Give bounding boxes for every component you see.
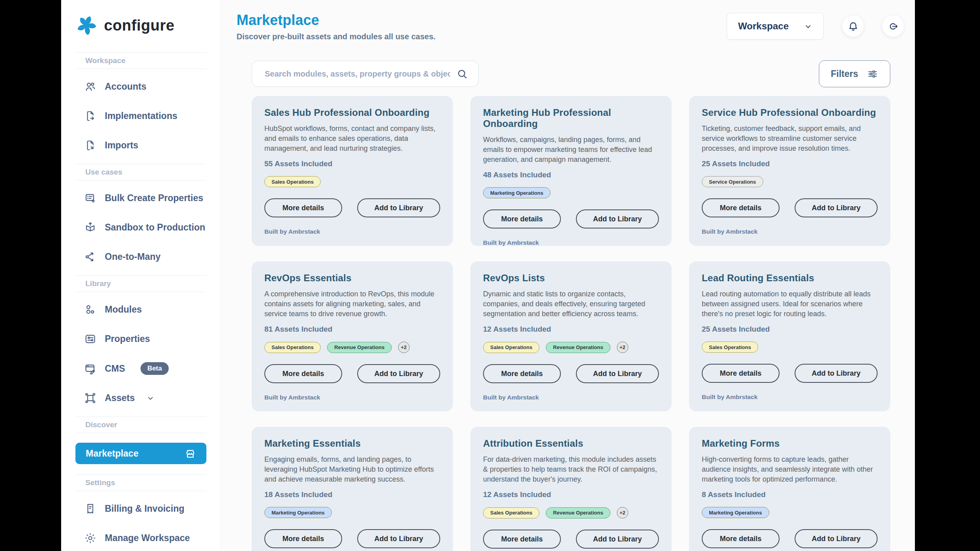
card-assets-count: 12 Assets Included (483, 325, 659, 334)
sidebar-section-items: Billing & InvoicingManage Workspace (75, 491, 206, 551)
add-to-library-button[interactable]: Add to Library (357, 364, 440, 383)
file-import-icon (84, 139, 96, 152)
sidebar-item-billing-invoicing[interactable]: Billing & Invoicing (75, 501, 206, 517)
card-title: Service Hub Professional Onboarding (702, 107, 878, 118)
file-export-icon (84, 110, 96, 122)
brand-logo: configure (75, 13, 206, 38)
tag-sales-operations: Sales Operations (264, 342, 321, 353)
sidebar-item-cms[interactable]: CMSBeta (75, 360, 206, 377)
sidebar-nav: WorkspaceAccountsImplementationsImportsU… (75, 52, 206, 551)
sidebar-item-modules[interactable]: Modules (75, 301, 206, 318)
card-title: Sales Hub Professional Onboarding (264, 107, 440, 118)
card-title: Marketing Essentials (264, 438, 440, 449)
filters-button-label: Filters (831, 69, 858, 79)
card-assets-count: 25 Assets Included (702, 159, 878, 168)
more-details-button[interactable]: More details (483, 364, 561, 383)
more-details-button[interactable]: More details (264, 529, 342, 548)
add-to-library-button[interactable]: Add to Library (576, 364, 659, 383)
module-card-revops-lists: RevOps ListsDynamic and static lists to … (470, 261, 672, 411)
logout-icon (888, 21, 899, 32)
add-to-library-button[interactable]: Add to Library (795, 364, 878, 383)
bell-icon (847, 21, 859, 32)
tag-sales-operations: Sales Operations (264, 176, 321, 187)
sidebar-section-items: AccountsImplementationsImports (75, 69, 206, 164)
more-details-button[interactable]: More details (702, 198, 780, 217)
card-assets-count: 55 Assets Included (264, 159, 440, 168)
page-header: Marketplace Discover pre-built assets an… (237, 12, 890, 41)
sidebar-item-bulk-create-properties[interactable]: Bulk Create Properties (75, 190, 206, 206)
sidebar-item-label: Assets (105, 393, 135, 403)
sidebar-section-label: Settings (85, 478, 206, 487)
search-box[interactable] (252, 61, 479, 87)
sidebar-item-sandbox-to-production[interactable]: Sandbox to Production (75, 219, 206, 236)
card-actions: More detailsAdd to Library (264, 529, 440, 548)
card-assets-count: 25 Assets Included (702, 325, 878, 334)
module-card-service-hub-professional-onboarding: Service Hub Professional OnboardingTicke… (689, 96, 890, 246)
more-details-button[interactable]: More details (483, 530, 561, 549)
sidebar-item-marketplace[interactable]: Marketplace (75, 443, 206, 464)
more-details-button[interactable]: More details (483, 209, 561, 228)
search-icon (456, 68, 468, 80)
card-actions: More detailsAdd to Library (264, 364, 440, 383)
tag-revenue-operations: Revenue Operations (327, 342, 391, 353)
sidebar-item-accounts[interactable]: Accounts (75, 79, 206, 95)
page-title: Marketplace (237, 12, 435, 29)
card-title: Lead Routing Essentials (702, 273, 878, 284)
sidebar-item-implementations[interactable]: Implementations (75, 108, 206, 124)
add-to-library-button[interactable]: Add to Library (576, 209, 659, 228)
add-to-library-button[interactable]: Add to Library (795, 529, 878, 548)
more-details-button[interactable]: More details (702, 364, 780, 383)
built-by-label: Built by Ambrstack (483, 394, 659, 401)
module-card-lead-routing-essentials: Lead Routing EssentialsLead routing auto… (689, 261, 890, 411)
add-to-library-button[interactable]: Add to Library (357, 529, 440, 548)
more-details-button[interactable]: More details (702, 529, 780, 548)
one-to-many-icon (84, 251, 96, 263)
sidebar-section-label: Discover (85, 420, 206, 429)
sidebar-section-items: Marketplace (75, 433, 206, 474)
sidebar-item-manage-workspace[interactable]: Manage Workspace (75, 530, 206, 546)
search-input[interactable] (265, 69, 450, 79)
card-actions: More detailsAdd to Library (264, 198, 440, 217)
card-tags: Sales Operations (702, 342, 878, 353)
sidebar-item-one-to-many[interactable]: One-to-Many (75, 249, 206, 265)
more-tags-badge[interactable]: +2 (617, 342, 628, 353)
add-to-library-button[interactable]: Add to Library (357, 198, 440, 217)
card-title: Marketing Hub Professional Onboarding (483, 107, 659, 129)
module-card-revops-essentials: RevOps EssentialsA comprehensive introdu… (252, 261, 453, 411)
card-description: A comprehensive introduction to RevOps, … (264, 289, 440, 319)
storefront-icon (184, 447, 196, 460)
module-card-marketing-forms: Marketing FormsHigh-converting forms to … (689, 427, 890, 551)
card-title: Attribution Essentials (483, 438, 659, 449)
module-card-marketing-essentials: Marketing EssentialsEngaging emails, for… (252, 427, 453, 551)
add-to-library-button[interactable]: Add to Library (576, 530, 659, 549)
page-subtitle: Discover pre-built assets and modules al… (237, 32, 435, 41)
tag-marketing-operations: Marketing Operations (483, 187, 551, 198)
workspace-dropdown[interactable]: Workspace (727, 13, 824, 40)
more-tags-badge[interactable]: +2 (398, 342, 410, 353)
sidebar-item-properties[interactable]: Properties (75, 331, 206, 347)
card-assets-count: 48 Assets Included (483, 171, 659, 179)
card-description: High-converting forms to capture leads, … (702, 455, 878, 484)
workspace-dropdown-label: Workspace (738, 21, 789, 32)
module-card-marketing-hub-professional-onboarding: Marketing Hub Professional OnboardingWor… (470, 96, 672, 246)
cms-icon (84, 363, 96, 375)
card-description: For data-driven marketing, this module i… (483, 455, 659, 484)
logout-button[interactable] (882, 15, 904, 37)
sidebar-section-items: Bulk Create PropertiesSandbox to Product… (75, 180, 206, 275)
more-tags-badge[interactable]: +2 (617, 507, 628, 518)
sidebar-item-imports[interactable]: Imports (75, 137, 206, 154)
notifications-button[interactable] (842, 15, 864, 37)
sidebar-section-label: Use cases (85, 168, 206, 177)
sidebar-item-assets[interactable]: Assets (75, 390, 206, 406)
card-assets-count: 12 Assets Included (483, 490, 659, 499)
tag-sales-operations: Sales Operations (483, 342, 539, 353)
card-description: Engaging emails, forms, and landing page… (264, 455, 440, 484)
filters-button[interactable]: Filters (819, 60, 890, 87)
card-tags: Marketing Operations (702, 507, 878, 518)
receipt-icon (84, 503, 96, 515)
add-to-library-button[interactable]: Add to Library (795, 198, 878, 217)
chevron-down-icon (146, 394, 155, 403)
built-by-label: Built by Ambrstack (702, 394, 878, 401)
more-details-button[interactable]: More details (264, 364, 342, 383)
more-details-button[interactable]: More details (264, 198, 342, 217)
